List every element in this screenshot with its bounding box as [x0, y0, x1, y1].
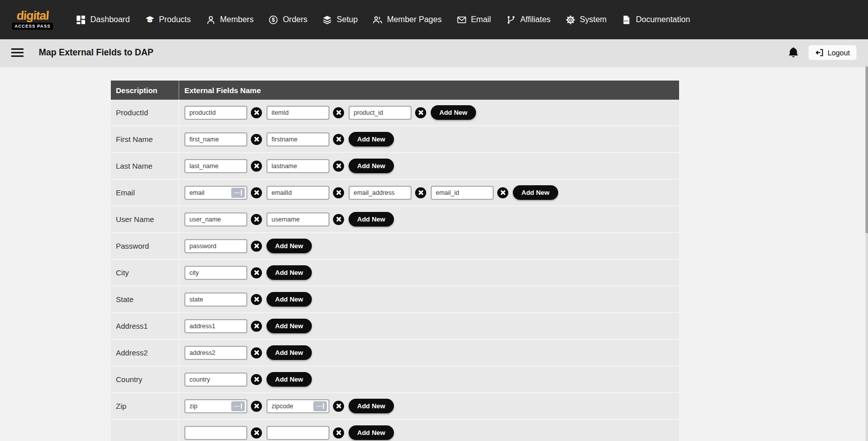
external-field-input[interactable]	[184, 212, 247, 227]
remove-field-button[interactable]	[251, 294, 262, 305]
remove-field-button[interactable]	[251, 214, 262, 225]
external-field-input[interactable]	[184, 292, 247, 307]
add-new-button[interactable]: Add New	[266, 239, 312, 253]
nav-item-system[interactable]: System	[566, 15, 607, 25]
nav-item-members[interactable]: Members	[206, 15, 254, 25]
remove-field-button[interactable]	[497, 187, 508, 198]
remove-field-button[interactable]	[333, 134, 344, 145]
scrollbar-thumb[interactable]	[865, 67, 868, 233]
field-group	[431, 186, 508, 200]
add-new-button[interactable]: Add New	[266, 265, 312, 280]
row-fields: Add New	[179, 126, 679, 152]
autofill-icon[interactable]	[313, 401, 327, 411]
autofill-icon[interactable]	[231, 401, 245, 411]
add-new-button[interactable]: Add New	[349, 159, 394, 173]
remove-field-button[interactable]	[415, 187, 426, 198]
products-icon	[145, 15, 155, 25]
remove-field-button[interactable]	[251, 161, 262, 172]
remove-field-button[interactable]	[251, 321, 262, 332]
add-new-button[interactable]: Add New	[266, 319, 312, 333]
mapping-table-body: ProductIdAdd NewFirst NameAdd NewLast Na…	[111, 100, 679, 441]
notifications-bell-icon[interactable]	[788, 47, 799, 59]
external-field-input[interactable]	[349, 186, 412, 200]
add-new-button[interactable]: Add New	[513, 185, 558, 200]
external-field-input[interactable]	[184, 159, 247, 173]
remove-field-button[interactable]	[333, 107, 344, 118]
external-field-input[interactable]	[184, 132, 247, 146]
add-new-button[interactable]: Add New	[431, 105, 476, 120]
add-new-button[interactable]: Add New	[266, 292, 312, 307]
field-group	[184, 399, 262, 413]
nav-item-orders[interactable]: $Orders	[269, 15, 307, 25]
add-new-button[interactable]: Add New	[266, 372, 312, 387]
remove-field-button[interactable]	[251, 401, 262, 412]
dap-logo[interactable]: digital ACCESS PASS	[12, 10, 53, 30]
vertical-scrollbar[interactable]	[865, 39, 868, 441]
email-icon	[457, 15, 466, 25]
add-new-button[interactable]: Add New	[349, 132, 394, 146]
external-field-input[interactable]	[184, 239, 247, 253]
external-field-input[interactable]	[266, 426, 329, 440]
remove-field-button[interactable]	[333, 161, 344, 172]
row-fields: Add New	[179, 366, 679, 392]
table-row: User NameAdd New	[111, 206, 679, 233]
remove-field-button[interactable]	[251, 187, 262, 198]
field-group	[184, 239, 262, 253]
field-group	[266, 159, 344, 173]
table-row: Address2Add New	[111, 340, 679, 366]
external-field-input[interactable]	[184, 106, 247, 120]
external-field-input[interactable]	[184, 346, 247, 360]
remove-field-button[interactable]	[251, 107, 262, 118]
logout-button[interactable]: Logout	[808, 45, 857, 60]
remove-field-button[interactable]	[333, 214, 344, 225]
add-new-button[interactable]: Add New	[266, 345, 312, 360]
nav-item-label: System	[580, 15, 607, 24]
remove-field-button[interactable]	[251, 267, 262, 278]
remove-field-button[interactable]	[251, 427, 262, 438]
autofill-icon[interactable]	[231, 188, 245, 198]
remove-field-button[interactable]	[415, 107, 426, 118]
external-field-input[interactable]	[266, 106, 329, 120]
external-field-input[interactable]	[349, 106, 412, 120]
field-input-wrap	[431, 186, 494, 200]
external-field-input[interactable]	[184, 373, 247, 387]
nav-item-dashboard[interactable]: Dashboard	[76, 15, 129, 25]
add-new-button[interactable]: Add New	[349, 212, 394, 227]
external-field-input[interactable]	[184, 266, 247, 280]
row-fields: Add New	[179, 100, 679, 125]
external-field-input[interactable]	[266, 132, 329, 146]
nav-item-label: Orders	[283, 15, 307, 24]
remove-field-button[interactable]	[333, 401, 344, 412]
nav-item-documentation[interactable]: DOCDocumentation	[622, 15, 690, 25]
table-row: First NameAdd New	[111, 126, 679, 153]
nav-item-label: Setup	[337, 15, 358, 24]
remove-field-button[interactable]	[251, 347, 262, 358]
add-new-button[interactable]: Add New	[349, 399, 394, 413]
nav-item-affiliates[interactable]: Affiliates	[506, 15, 551, 25]
field-group	[266, 426, 344, 440]
nav-item-products[interactable]: Products	[145, 15, 191, 25]
add-new-button[interactable]: Add New	[349, 425, 394, 440]
menu-toggle-icon[interactable]	[11, 48, 24, 57]
external-field-input[interactable]	[184, 319, 247, 333]
external-field-input[interactable]	[266, 186, 329, 200]
external-field-input[interactable]	[431, 186, 494, 200]
external-field-input[interactable]	[266, 159, 329, 173]
external-field-input[interactable]	[184, 426, 247, 440]
remove-field-button[interactable]	[251, 134, 262, 145]
system-icon	[566, 15, 575, 25]
table-row: Last NameAdd New	[111, 153, 679, 180]
remove-field-button[interactable]	[251, 241, 262, 252]
remove-field-button[interactable]	[333, 187, 344, 198]
nav-item-setup[interactable]: Setup	[322, 15, 358, 25]
mapping-table: Description External Fields Name Product…	[111, 81, 679, 441]
row-label: City	[111, 260, 179, 285]
external-field-input[interactable]	[266, 212, 329, 227]
table-row: CityAdd New	[111, 260, 679, 286]
remove-field-button[interactable]	[333, 427, 344, 438]
remove-field-button[interactable]	[251, 374, 262, 385]
nav-item-email[interactable]: Email	[457, 15, 491, 25]
nav-item-label: Documentation	[636, 15, 690, 24]
nav-item-member-pages[interactable]: Member Pages	[373, 15, 442, 25]
field-group	[184, 319, 262, 333]
